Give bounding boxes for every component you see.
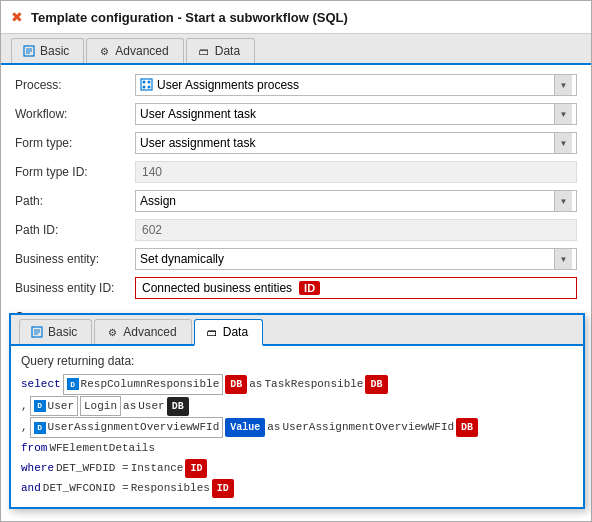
businessentity-row: Business entity: Set dynamically ▼ (15, 247, 577, 271)
formtypeid-value: 140 (135, 161, 577, 183)
overlay-data-icon: 🗃 (205, 325, 219, 339)
form-area: Process: User Assignments process ▼ Work… (1, 65, 591, 342)
kw-select: select (21, 375, 61, 394)
comma-1: , (21, 397, 28, 416)
tab-basic-label: Basic (40, 44, 69, 58)
process-icon (140, 78, 153, 93)
overlay-data-label: Data (223, 325, 248, 339)
businessentityid-badge: ID (299, 281, 320, 295)
kw-from: from (21, 439, 47, 458)
process-dropdown-arrow[interactable]: ▼ (554, 75, 572, 95)
query-line-5: where DET_WFDID = Instance ID (21, 459, 573, 478)
tab-data-label: Data (215, 44, 240, 58)
where-col: DET_WFDID = (56, 459, 129, 478)
pathid-label: Path ID: (15, 223, 135, 237)
as-text-1: as (249, 375, 262, 394)
process-value: User Assignments process (157, 78, 299, 92)
instance-text: Instance (131, 459, 184, 478)
query-content: select D RespColumnResponsible DB as Tas… (21, 374, 573, 498)
query-line-3: , D UserAssignmentOverviewWFId Value as … (21, 417, 573, 438)
path-dropdown-arrow[interactable]: ▼ (554, 191, 572, 211)
path-row: Path: Assign ▼ (15, 189, 577, 213)
formtypeid-control: 140 (135, 161, 577, 183)
svg-point-8 (148, 85, 151, 88)
process-select[interactable]: User Assignments process ▼ (135, 74, 577, 96)
id-badge-1: ID (185, 459, 207, 478)
path-control: Assign ▼ (135, 190, 577, 212)
overlay-tab-data[interactable]: 🗃 Data (194, 319, 263, 346)
title-bar: ✖ Template configuration - Start a subwo… (1, 1, 591, 34)
db-icon-user: D (34, 400, 46, 412)
tab-data[interactable]: 🗃 Data (186, 38, 255, 63)
kw-and: and (21, 479, 41, 498)
task-responsible-text: TaskResponsible (264, 375, 363, 394)
overlay-tab-bar: Basic ⚙ Advanced 🗃 Data (11, 315, 583, 346)
login-db: Login (80, 396, 121, 417)
comma-2: , (21, 418, 28, 437)
workflow-dropdown-arrow[interactable]: ▼ (554, 104, 572, 124)
workflow-select[interactable]: User Assignment task ▼ (135, 103, 577, 125)
svg-point-7 (143, 85, 146, 88)
businessentityid-row: Business entity ID: Connected business e… (15, 276, 577, 300)
formtype-control: User assignment task ▼ (135, 132, 577, 154)
tab-basic[interactable]: Basic (11, 38, 84, 63)
value-badge: Value (225, 418, 265, 437)
workflow-control: User Assignment task ▼ (135, 103, 577, 125)
businessentityid-box[interactable]: Connected business entities ID (135, 277, 577, 299)
main-window: ✖ Template configuration - Start a subwo… (0, 0, 592, 522)
overlay-advanced-icon: ⚙ (105, 325, 119, 339)
svg-rect-4 (141, 79, 152, 90)
formtypeid-label: Form type ID: (15, 165, 135, 179)
data-tab-icon: 🗃 (197, 44, 211, 58)
ua-wfid-as-text: UserAssignmentOverviewWFId (282, 418, 454, 437)
path-select[interactable]: Assign ▼ (135, 190, 577, 212)
formtype-label: Form type: (15, 136, 135, 150)
ua-wfid-db: D UserAssignmentOverviewWFId (30, 417, 224, 438)
tab-advanced[interactable]: ⚙ Advanced (86, 38, 183, 63)
overlay-tab-basic[interactable]: Basic (19, 319, 92, 344)
workflow-row: Workflow: User Assignment task ▼ (15, 102, 577, 126)
overlay-tab-advanced[interactable]: ⚙ Advanced (94, 319, 191, 344)
workflow-label: Workflow: (15, 107, 135, 121)
responsibles-text: Responsibles (131, 479, 210, 498)
formtype-select[interactable]: User assignment task ▼ (135, 132, 577, 154)
as-text-2: as (123, 397, 136, 416)
and-col: DET_WFCONID = (43, 479, 129, 498)
svg-point-5 (143, 80, 146, 83)
businessentity-label: Business entity: (15, 252, 135, 266)
overlay-basic-label: Basic (48, 325, 77, 339)
db-icon-ua: D (34, 422, 46, 434)
overlay-basic-icon (30, 325, 44, 339)
user-db: D User (30, 396, 78, 417)
query-line-4: from WFElementDetails (21, 439, 573, 458)
process-control: User Assignments process ▼ (135, 74, 577, 96)
ua-wfid-text: UserAssignmentOverviewWFId (48, 418, 220, 437)
overlay-advanced-label: Advanced (123, 325, 176, 339)
businessentity-value: Set dynamically (140, 252, 224, 266)
formtype-value: User assignment task (140, 136, 255, 150)
window-icon: ✖ (11, 9, 23, 25)
formtype-row: Form type: User assignment task ▼ (15, 131, 577, 155)
query-line-2: , D User Login as User DB (21, 396, 573, 417)
formtype-dropdown-arrow[interactable]: ▼ (554, 133, 572, 153)
from-table: WFElementDetails (49, 439, 155, 458)
advanced-tab-icon: ⚙ (97, 44, 111, 58)
businessentity-dropdown-arrow[interactable]: ▼ (554, 249, 572, 269)
svg-point-6 (148, 80, 151, 83)
window-title: Template configuration - Start a subwork… (31, 10, 348, 25)
db-badge-4: DB (456, 418, 478, 437)
process-label: Process: (15, 78, 135, 92)
businessentityid-control: Connected business entities ID (135, 277, 577, 299)
pathid-value: 602 (135, 219, 577, 241)
businessentity-control: Set dynamically ▼ (135, 248, 577, 270)
resp-column-db: D RespColumnResponsible (63, 374, 224, 395)
businessentityid-label: Business entity ID: (15, 281, 135, 295)
kw-where: where (21, 459, 54, 478)
path-label: Path: (15, 194, 135, 208)
process-row: Process: User Assignments process ▼ (15, 73, 577, 97)
businessentity-select[interactable]: Set dynamically ▼ (135, 248, 577, 270)
login-text: Login (84, 397, 117, 416)
db-badge-2: DB (365, 375, 387, 394)
overlay-panel: Basic ⚙ Advanced 🗃 Data Query returning … (9, 313, 585, 509)
workflow-value: User Assignment task (140, 107, 256, 121)
